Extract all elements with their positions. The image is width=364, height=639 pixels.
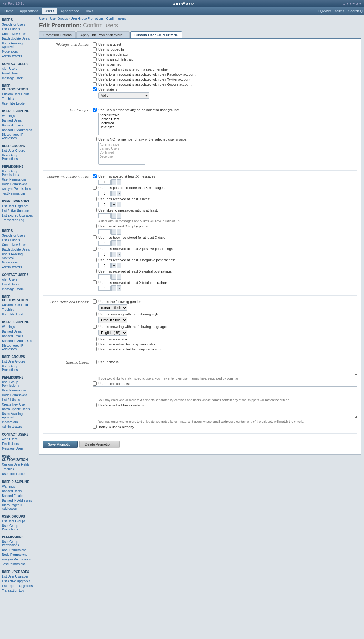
sidebar-item-alert-users[interactable]: Alert Users [0,66,36,71]
checkbox-profile-no_avatar-input[interactable] [93,337,97,341]
checkbox-content-received_likes-input[interactable] [93,197,97,201]
checkbox-not-member-input[interactable] [93,137,97,141]
sidebar-item-alert-users[interactable]: Alert Users [0,437,36,442]
sidebar-item-warnings[interactable]: Warnings [0,325,36,329]
sidebar-item-user-permissions[interactable]: User Permissions [0,388,36,393]
checkbox-profile-language-input[interactable] [93,325,97,329]
sidebar-item-banned-ip-addresses[interactable]: Banned IP Addresses [0,498,36,503]
checkbox-priv-state_is-input[interactable] [93,87,97,91]
increment-total_ratings[interactable]: + [111,285,116,291]
sidebar-item-warnings[interactable]: Warnings [0,114,36,118]
nav-appearance[interactable]: Appearance [57,8,82,14]
sidebar-item-list-expired-upgrades[interactable]: List Expired Upgrades [0,584,36,588]
number-input-neutral_ratings[interactable] [98,274,111,279]
sidebar-item-user-group-permissions[interactable]: User Group Permissions [0,539,36,548]
checkbox-profile-two_step-input[interactable] [93,342,97,346]
sidebar-item-trophies[interactable]: Trophies [0,96,36,101]
sidebar-item-analyze-permissions[interactable]: Analyze Permissions [0,187,36,191]
sidebar-item-moderators[interactable]: Moderators [0,260,36,265]
style-select[interactable]: Default Style [98,317,127,323]
sidebar-item-administrators[interactable]: Administrators [0,54,36,59]
checkbox-profile-no_two_step-input[interactable] [93,347,97,351]
sidebar-item-user-permissions[interactable]: User Permissions [0,177,36,182]
tab-apply-while[interactable]: Apply This Promotion While... [76,31,130,38]
sidebar-item-message-users[interactable]: Message Users [0,76,36,80]
sidebar-item-moderators[interactable]: Moderators [0,49,36,54]
sidebar-item-custom-user-fields[interactable]: Custom User Fields [0,92,36,96]
decrement-negative_ratings[interactable]: - [117,263,121,268]
increment-registered_days[interactable]: + [111,240,116,246]
sidebar-item-list-all-users[interactable]: List All Users [0,238,36,243]
breadcrumb-confirm[interactable]: Confirm users [106,17,126,20]
sidebar-item-user-title-ladder[interactable]: User Title Ladder [0,312,36,317]
nav-home[interactable]: Home [1,8,17,14]
user-groups-not-list[interactable]: AdministrativeBanned UsersConfirmedDevel… [98,142,145,165]
sidebar-item-user-title-ladder[interactable]: User Title Ladder [0,472,36,476]
language-select[interactable]: English (US) [98,330,127,336]
checkbox-priv-twitter-input[interactable] [93,77,97,81]
decrement-posted_at_least[interactable]: - [117,179,121,185]
checkbox-profile-style-input[interactable] [93,312,97,316]
sidebar-item-users-awaiting-approval[interactable]: Users Awaiting Approval [0,252,36,260]
number-input-total_ratings[interactable] [98,286,111,291]
checkbox-priv-moderator-input[interactable] [93,52,97,56]
user-state-select[interactable]: ValidEmail confirmation pendingEmail con… [98,92,149,99]
sidebar-item-user-group-permissions[interactable]: User Group Permissions [0,380,36,388]
increment-positive_ratings[interactable]: + [111,252,116,257]
sidebar-item-batch-update-users[interactable]: Batch Update Users [0,36,36,41]
sidebar-item-list-all-users[interactable]: List All Users [0,397,36,402]
sidebar-item-transaction-log[interactable]: Transaction Log [0,588,36,593]
tab-promotion-options[interactable]: Promotion Options [39,31,76,38]
number-input-registered_days[interactable] [98,241,111,246]
sidebar-item-user-title-ladder[interactable]: User Title Ladder [0,101,36,106]
sidebar-item-users-awaiting-approval[interactable]: Users Awaiting Approval [0,41,36,49]
checkbox-content-total_ratings-input[interactable] [93,280,97,284]
sidebar-item-custom-user-fields[interactable]: Custom User Fields [0,303,36,307]
sidebar-item-users-awaiting-approval[interactable]: Users Awaiting Approval [0,412,36,420]
sidebar-item-administrators[interactable]: Administrators [0,424,36,429]
textarea-username_contains[interactable] [93,386,357,397]
sidebar-item-user-group-permissions[interactable]: User Group Permissions [0,169,36,177]
sidebar-item-trophies[interactable]: Trophies [0,307,36,312]
checkbox-content-posted_no_more-input[interactable] [93,186,97,190]
sidebar-item-email-users[interactable]: Email Users [0,442,36,446]
checkbox-content-posted_at_least-input[interactable] [93,174,97,178]
number-input-posted_at_least[interactable] [98,180,111,185]
sidebar-item-banned-emails[interactable]: Banned Emails [0,334,36,339]
sidebar-item-node-permissions[interactable]: Node Permissions [0,182,36,187]
increment-posted_no_more[interactable]: + [111,191,116,196]
decrement-likes_ratio[interactable]: - [117,213,121,219]
sidebar-item-banned-emails[interactable]: Banned Emails [0,493,36,498]
decrement-received_likes[interactable]: - [117,202,121,207]
sidebar-item-moderators[interactable]: Moderators [0,420,36,424]
checkbox-priv-google-input[interactable] [93,82,97,86]
sidebar-item-user-group-promotions[interactable]: User Group Promotions [0,364,36,372]
sidebar-item-user-group-promotions[interactable]: User Group Promotions [0,524,36,532]
decrement-posted_no_more[interactable]: - [117,191,121,196]
number-input-trophy_points[interactable] [98,229,111,234]
increment-neutral_ratings[interactable]: + [111,274,116,280]
number-input-likes_ratio[interactable] [98,213,111,218]
checkbox-content-trophy_points-input[interactable] [93,224,97,228]
number-input-negative_ratings[interactable] [98,263,111,268]
user-groups-member-list[interactable]: AdministrativeBanned UsersConfirmedDevel… [98,113,145,135]
checkbox-priv-logged_in-input[interactable] [93,47,97,51]
sidebar-item-discouraged-ip-addresses[interactable]: Discouraged IP Addresses [0,503,36,511]
gender-select[interactable]: (unspecified)MaleFemale [98,304,127,311]
decrement-positive_ratings[interactable]: - [117,252,121,257]
nav-tools[interactable]: Tools [82,8,97,14]
nav-users[interactable]: Users [42,8,58,14]
sidebar-item-search-for-users[interactable]: Search for Users [0,233,36,238]
checkbox-priv-facebook-input[interactable] [93,72,97,76]
sidebar-item-test-permissions[interactable]: Test Permissions [0,191,36,196]
number-input-received_likes[interactable] [98,202,111,207]
sidebar-item-email-users[interactable]: Email Users [0,71,36,76]
decrement-trophy_points[interactable]: - [117,229,121,235]
breadcrumb-promotions[interactable]: User Group Promotions [71,17,104,20]
sidebar-item-banned-users[interactable]: Banned Users [0,489,36,493]
sidebar-item-batch-update-users[interactable]: Batch Update Users [0,247,36,252]
sidebar-item-message-users[interactable]: Message Users [0,287,36,291]
sidebar-item-email-users[interactable]: Email Users [0,282,36,287]
sidebar-item-list-user-groups[interactable]: List User Groups [0,519,36,524]
sidebar-item-list-user-groups[interactable]: List User Groups [0,359,36,364]
